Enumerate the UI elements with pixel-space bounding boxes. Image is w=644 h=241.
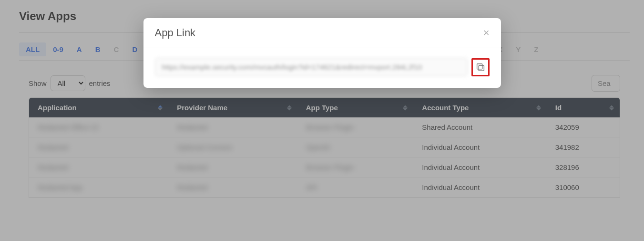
- svg-rect-0: [479, 65, 484, 71]
- copy-button[interactable]: [471, 58, 490, 76]
- close-button[interactable]: ×: [483, 28, 490, 38]
- modal-body: [143, 48, 501, 88]
- app-link-modal: App Link ×: [143, 18, 501, 88]
- modal-header: App Link ×: [143, 18, 501, 48]
- copy-icon: [475, 62, 486, 73]
- svg-rect-1: [477, 63, 482, 69]
- app-link-input[interactable]: [155, 58, 468, 76]
- modal-title: App Link: [155, 27, 196, 39]
